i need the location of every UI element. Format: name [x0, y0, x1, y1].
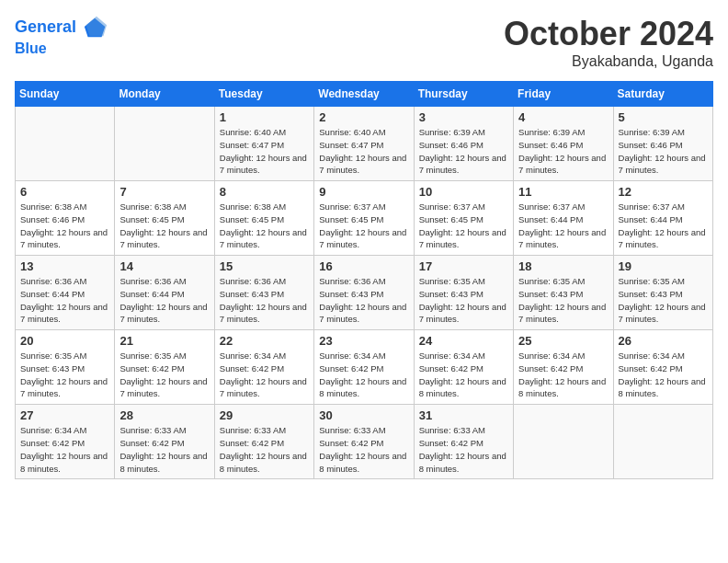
- week-row-2: 6Sunrise: 6:38 AM Sunset: 6:46 PM Daylig…: [16, 181, 713, 256]
- calendar-cell: 25Sunrise: 6:34 AM Sunset: 6:42 PM Dayli…: [514, 330, 613, 405]
- day-number: 23: [319, 334, 408, 348]
- day-info: Sunrise: 6:35 AM Sunset: 6:43 PM Dayligh…: [20, 350, 109, 400]
- calendar-body: 1Sunrise: 6:40 AM Sunset: 6:47 PM Daylig…: [16, 107, 713, 479]
- calendar-cell: [613, 405, 712, 479]
- calendar-cell: 15Sunrise: 6:36 AM Sunset: 6:43 PM Dayli…: [214, 256, 313, 330]
- calendar-cell: 18Sunrise: 6:35 AM Sunset: 6:43 PM Dayli…: [514, 256, 613, 330]
- logo-text: General: [15, 15, 108, 40]
- day-info: Sunrise: 6:37 AM Sunset: 6:45 PM Dayligh…: [419, 201, 508, 251]
- day-info: Sunrise: 6:36 AM Sunset: 6:44 PM Dayligh…: [20, 275, 109, 326]
- day-info: Sunrise: 6:34 AM Sunset: 6:42 PM Dayligh…: [619, 350, 708, 400]
- day-info: Sunrise: 6:38 AM Sunset: 6:45 PM Dayligh…: [220, 201, 309, 251]
- col-header-tuesday: Tuesday: [214, 82, 313, 107]
- day-number: 28: [119, 408, 209, 422]
- day-info: Sunrise: 6:39 AM Sunset: 6:46 PM Dayligh…: [518, 126, 608, 177]
- week-row-1: 1Sunrise: 6:40 AM Sunset: 6:47 PM Daylig…: [16, 107, 713, 181]
- calendar-cell: 21Sunrise: 6:35 AM Sunset: 6:42 PM Dayli…: [115, 330, 214, 405]
- calendar-cell: 4Sunrise: 6:39 AM Sunset: 6:46 PM Daylig…: [514, 107, 613, 181]
- calendar-cell: 23Sunrise: 6:34 AM Sunset: 6:42 PM Dayli…: [314, 330, 414, 405]
- col-header-friday: Friday: [514, 82, 613, 107]
- calendar-cell: 28Sunrise: 6:33 AM Sunset: 6:42 PM Dayli…: [115, 405, 214, 479]
- day-info: Sunrise: 6:34 AM Sunset: 6:42 PM Dayligh…: [419, 350, 508, 400]
- logo-text2: Blue: [15, 40, 108, 57]
- calendar-cell: 24Sunrise: 6:34 AM Sunset: 6:42 PM Dayli…: [414, 330, 513, 405]
- calendar-header-row: SundayMondayTuesdayWednesdayThursdayFrid…: [16, 82, 713, 107]
- day-number: 9: [319, 185, 408, 199]
- calendar-cell: 14Sunrise: 6:36 AM Sunset: 6:44 PM Dayli…: [115, 256, 214, 330]
- day-number: 8: [220, 185, 309, 199]
- day-number: 29: [220, 408, 309, 422]
- calendar-cell: [514, 405, 613, 479]
- day-info: Sunrise: 6:36 AM Sunset: 6:43 PM Dayligh…: [319, 275, 408, 326]
- calendar-cell: 12Sunrise: 6:37 AM Sunset: 6:44 PM Dayli…: [613, 181, 712, 256]
- calendar-cell: 5Sunrise: 6:39 AM Sunset: 6:46 PM Daylig…: [613, 107, 712, 181]
- day-info: Sunrise: 6:39 AM Sunset: 6:46 PM Dayligh…: [619, 126, 708, 177]
- calendar-cell: 3Sunrise: 6:39 AM Sunset: 6:46 PM Daylig…: [414, 107, 513, 181]
- day-number: 7: [119, 185, 209, 199]
- day-number: 17: [419, 259, 508, 273]
- week-row-4: 20Sunrise: 6:35 AM Sunset: 6:43 PM Dayli…: [16, 330, 713, 405]
- day-number: 6: [20, 185, 109, 199]
- day-number: 21: [119, 334, 209, 348]
- day-number: 5: [619, 110, 708, 124]
- day-info: Sunrise: 6:34 AM Sunset: 6:42 PM Dayligh…: [319, 350, 408, 400]
- day-info: Sunrise: 6:34 AM Sunset: 6:42 PM Dayligh…: [518, 350, 608, 400]
- calendar-cell: 13Sunrise: 6:36 AM Sunset: 6:44 PM Dayli…: [16, 256, 115, 330]
- day-number: 16: [319, 259, 408, 273]
- day-info: Sunrise: 6:35 AM Sunset: 6:43 PM Dayligh…: [619, 275, 708, 326]
- day-info: Sunrise: 6:34 AM Sunset: 6:42 PM Dayligh…: [220, 350, 309, 400]
- day-number: 4: [518, 110, 608, 124]
- calendar-cell: 30Sunrise: 6:33 AM Sunset: 6:42 PM Dayli…: [314, 405, 414, 479]
- calendar-cell: 11Sunrise: 6:37 AM Sunset: 6:44 PM Dayli…: [514, 181, 613, 256]
- day-number: 15: [220, 259, 309, 273]
- day-number: 31: [419, 408, 508, 422]
- calendar-cell: 31Sunrise: 6:33 AM Sunset: 6:42 PM Dayli…: [414, 405, 513, 479]
- calendar-cell: 17Sunrise: 6:35 AM Sunset: 6:43 PM Dayli…: [414, 256, 513, 330]
- calendar-cell: 19Sunrise: 6:35 AM Sunset: 6:43 PM Dayli…: [613, 256, 712, 330]
- day-number: 30: [319, 408, 408, 422]
- day-info: Sunrise: 6:35 AM Sunset: 6:42 PM Dayligh…: [119, 350, 209, 400]
- calendar-cell: 9Sunrise: 6:37 AM Sunset: 6:45 PM Daylig…: [314, 181, 414, 256]
- day-number: 25: [518, 334, 608, 348]
- day-number: 12: [619, 185, 708, 199]
- day-info: Sunrise: 6:33 AM Sunset: 6:42 PM Dayligh…: [119, 424, 209, 475]
- calendar-cell: 7Sunrise: 6:38 AM Sunset: 6:45 PM Daylig…: [115, 181, 214, 256]
- day-number: 3: [419, 110, 508, 124]
- day-number: 14: [119, 259, 209, 273]
- day-info: Sunrise: 6:35 AM Sunset: 6:43 PM Dayligh…: [518, 275, 608, 326]
- day-number: 11: [518, 185, 608, 199]
- day-number: 2: [319, 110, 408, 124]
- day-number: 13: [20, 259, 109, 273]
- title-block: October 2024 Byakabanda, Uganda: [504, 15, 713, 70]
- day-info: Sunrise: 6:37 AM Sunset: 6:45 PM Dayligh…: [319, 201, 408, 251]
- calendar-cell: 29Sunrise: 6:33 AM Sunset: 6:42 PM Dayli…: [214, 405, 313, 479]
- day-number: 10: [419, 185, 508, 199]
- week-row-5: 27Sunrise: 6:34 AM Sunset: 6:42 PM Dayli…: [16, 405, 713, 479]
- day-info: Sunrise: 6:36 AM Sunset: 6:44 PM Dayligh…: [119, 275, 209, 326]
- calendar-cell: 16Sunrise: 6:36 AM Sunset: 6:43 PM Dayli…: [314, 256, 414, 330]
- day-info: Sunrise: 6:37 AM Sunset: 6:44 PM Dayligh…: [518, 201, 608, 251]
- calendar-cell: 8Sunrise: 6:38 AM Sunset: 6:45 PM Daylig…: [214, 181, 313, 256]
- col-header-saturday: Saturday: [613, 82, 712, 107]
- day-info: Sunrise: 6:33 AM Sunset: 6:42 PM Dayligh…: [419, 424, 508, 475]
- day-info: Sunrise: 6:35 AM Sunset: 6:43 PM Dayligh…: [419, 275, 508, 326]
- col-header-thursday: Thursday: [414, 82, 513, 107]
- day-info: Sunrise: 6:33 AM Sunset: 6:42 PM Dayligh…: [220, 424, 309, 475]
- svg-marker-1: [86, 17, 107, 36]
- day-number: 24: [419, 334, 508, 348]
- day-number: 1: [220, 110, 309, 124]
- day-number: 19: [619, 259, 708, 273]
- logo: General Blue: [15, 15, 108, 57]
- day-number: 27: [20, 408, 109, 422]
- calendar-cell: 2Sunrise: 6:40 AM Sunset: 6:47 PM Daylig…: [314, 107, 414, 181]
- day-info: Sunrise: 6:39 AM Sunset: 6:46 PM Dayligh…: [419, 126, 508, 177]
- calendar-cell: [115, 107, 214, 181]
- day-info: Sunrise: 6:40 AM Sunset: 6:47 PM Dayligh…: [319, 126, 408, 177]
- calendar-cell: [16, 107, 115, 181]
- location: Byakabanda, Uganda: [504, 53, 713, 70]
- day-number: 22: [220, 334, 309, 348]
- col-header-sunday: Sunday: [16, 82, 115, 107]
- day-info: Sunrise: 6:37 AM Sunset: 6:44 PM Dayligh…: [619, 201, 708, 251]
- day-number: 26: [619, 334, 708, 348]
- day-info: Sunrise: 6:38 AM Sunset: 6:46 PM Dayligh…: [20, 201, 109, 251]
